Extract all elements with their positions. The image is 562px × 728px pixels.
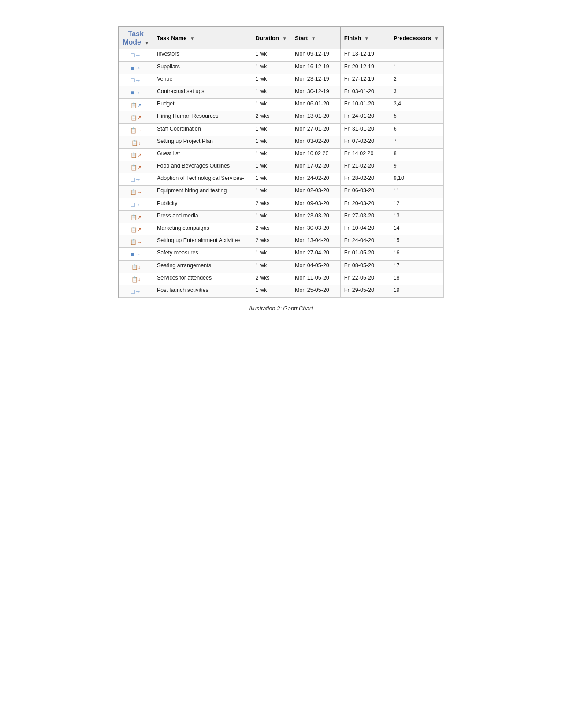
duration-cell: 2 wks [252,273,291,285]
duration-cell: 1 wk [252,74,291,86]
start-cell: Mon 02-03-20 [291,186,340,198]
finish-cell: Fri 07-02-20 [340,136,390,148]
start-cell: Mon 23-03-20 [291,210,340,223]
start-cell: Mon 30-03-20 [291,223,340,235]
table-row: 📋↗Hiring Human Resources2 wksMon 13-01-2… [119,111,443,123]
duration-cell: 1 wk [252,86,291,98]
finish-cell: Fri 10-04-20 [340,223,390,235]
predecessors-cell: 14 [390,223,443,235]
task-mode-icon: 📋→ [119,235,153,248]
duration-cell: 2 wks [252,235,291,248]
duration-cell: 1 wk [252,260,291,273]
task-mode-icon: □→ [119,49,153,61]
start-cell: Mon 27-01-20 [291,123,340,136]
duration-cell: 1 wk [252,186,291,198]
task-name-cell: Hiring Human Resources [153,111,252,123]
task-name-cell: Guest list [153,148,252,161]
table-row: □→Adoption of Technological Services-1 w… [119,173,443,186]
table-row: □→Publicity2 wksMon 09-03-20Fri 20-03-20… [119,198,443,210]
table-row: 📋↗Guest list1 wkMon 10 02 20Fri 14 02 20… [119,148,443,161]
duration-cell: 1 wk [252,210,291,223]
task-mode-icon: 📋↓ [119,260,153,273]
start-cell: Mon 09-03-20 [291,198,340,210]
task-mode-icon: 📋→ [119,186,153,198]
start-cell: Mon 06-01-20 [291,99,340,111]
finish-cell: Fri 03-01-20 [340,86,390,98]
predecessors-cell: 15 [390,235,443,248]
finish-cell: Fri 20-03-20 [340,198,390,210]
duration-cell: 2 wks [252,111,291,123]
finish-cell: Fri 28-02-20 [340,173,390,186]
start-cell: Mon 27-04-20 [291,248,340,260]
predecessors-cell: 13 [390,210,443,223]
table-row: ■→Contractual set ups1 wkMon 30-12-19Fri… [119,86,443,98]
table-header-row: TaskMode ▼ Task Name ▼ Duration ▼ Start … [119,27,443,49]
predecessors-cell: 2 [390,74,443,86]
task-mode-icon: ■→ [119,248,153,260]
predecessors-cell: 9 [390,161,443,173]
predecessors-cell: 3,4 [390,99,443,111]
predecessors-cell: 19 [390,285,443,297]
start-cell: Mon 25-05-20 [291,285,340,297]
table-row: 📋↗Marketing campaigns2 wksMon 30-03-20Fr… [119,223,443,235]
start-cell: Mon 16-12-19 [291,61,340,74]
finish-cell: Fri 01-05-20 [340,248,390,260]
duration-cell: 1 wk [252,248,291,260]
task-name-cell: Marketing campaigns [153,223,252,235]
task-mode-icon: ■→ [119,61,153,74]
finish-cell: Fri 21-02-20 [340,161,390,173]
table-row: ■→Suppliars1 wkMon 16-12-19Fri 20-12-191 [119,61,443,74]
start-cell: Mon 04-05-20 [291,260,340,273]
start-cell: Mon 13-01-20 [291,111,340,123]
table-row: 📋↓Setting up Project Plan1 wkMon 03-02-2… [119,136,443,148]
duration-cell: 1 wk [252,49,291,61]
task-mode-icon: 📋↗ [119,223,153,235]
table-row: □→Investors1 wkMon 09-12-19Fri 13-12-19 [119,49,443,61]
header-duration[interactable]: Duration ▼ [252,27,291,49]
predecessors-cell: 11 [390,186,443,198]
finish-cell: Fri 27-12-19 [340,74,390,86]
table-row: 📋→Setting up Entertainment Activities2 w… [119,235,443,248]
predecessors-cell: 3 [390,86,443,98]
header-finish[interactable]: Finish ▼ [340,27,390,49]
duration-cell: 1 wk [252,61,291,74]
header-task-mode[interactable]: TaskMode ▼ [119,27,153,49]
duration-cell: 2 wks [252,198,291,210]
table-row: 📋→Staff Coordination1 wkMon 27-01-20Fri … [119,123,443,136]
task-name-cell: Safety measures [153,248,252,260]
duration-cell: 1 wk [252,99,291,111]
gantt-table: TaskMode ▼ Task Name ▼ Duration ▼ Start … [119,27,444,298]
table-caption: Illustration 2: Gantt Chart [249,305,313,312]
task-name-cell: Suppliars [153,61,252,74]
gantt-table-wrapper: TaskMode ▼ Task Name ▼ Duration ▼ Start … [118,26,444,298]
predecessors-cell: 5 [390,111,443,123]
header-predecessors[interactable]: Predecessors ▼ [390,27,443,49]
duration-cell: 1 wk [252,285,291,297]
table-row: 📋↓Services for attendees2 wksMon 11-05-2… [119,273,443,285]
table-row: □→Venue1 wkMon 23-12-19Fri 27-12-192 [119,74,443,86]
duration-cell: 1 wk [252,148,291,161]
predecessors-cell: 17 [390,260,443,273]
task-mode-icon: □→ [119,285,153,297]
task-name-cell: Services for attendees [153,273,252,285]
task-name-cell: Venue [153,74,252,86]
task-mode-icon: 📋→ [119,123,153,136]
start-cell: Mon 30-12-19 [291,86,340,98]
duration-cell: 1 wk [252,136,291,148]
task-name-cell: Post launch activities [153,285,252,297]
task-name-cell: Setting up Entertainment Activities [153,235,252,248]
header-task-name[interactable]: Task Name ▼ [153,27,252,49]
table-row: 📋↗Budget1 wkMon 06-01-20Fri 10-01-203,4 [119,99,443,111]
task-name-cell: Seating arrangements [153,260,252,273]
task-name-cell: Publicity [153,198,252,210]
predecessors-cell: 7 [390,136,443,148]
header-start[interactable]: Start ▼ [291,27,340,49]
task-name-cell: Food and Beverages Outlines [153,161,252,173]
task-mode-icon: 📋↓ [119,273,153,285]
finish-cell: Fri 20-12-19 [340,61,390,74]
duration-cell: 1 wk [252,173,291,186]
predecessors-cell: 1 [390,61,443,74]
duration-cell: 1 wk [252,123,291,136]
task-name-cell: Staff Coordination [153,123,252,136]
predecessors-cell: 18 [390,273,443,285]
